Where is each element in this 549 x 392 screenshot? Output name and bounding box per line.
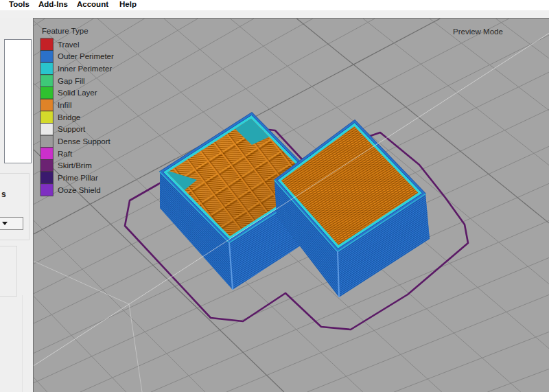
- svg-text:Solid Layer: Solid Layer: [58, 89, 97, 97]
- svg-text:Support: Support: [58, 125, 86, 133]
- svg-text:Ooze Shield: Ooze Shield: [58, 186, 101, 194]
- svg-text:Preview Mode: Preview Mode: [453, 27, 503, 36]
- svg-text:Feature Type: Feature Type: [42, 27, 89, 35]
- svg-text:Infill: Infill: [58, 101, 71, 109]
- svg-text:Outer Perimeter: Outer Perimeter: [58, 52, 114, 60]
- svg-text:Travel: Travel: [58, 41, 80, 49]
- svg-text:Skirt/Brim: Skirt/Brim: [58, 161, 92, 170]
- svg-text:Inner Perimeter: Inner Perimeter: [58, 65, 112, 73]
- svg-text:Raft: Raft: [58, 150, 73, 158]
- svg-text:Bridge: Bridge: [58, 113, 80, 122]
- svg-text:Dense Support: Dense Support: [58, 137, 111, 146]
- svg-text:Gap Fill: Gap Fill: [58, 77, 85, 85]
- svg-text:Prime Pillar: Prime Pillar: [58, 174, 98, 182]
